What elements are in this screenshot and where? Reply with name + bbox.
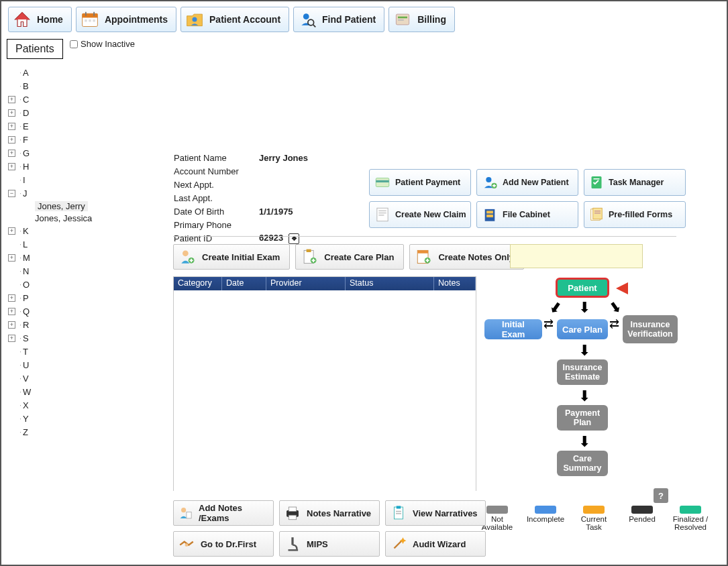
tree-letter-O[interactable]: · O <box>8 278 142 291</box>
tree-letter-J[interactable]: −· J <box>8 186 142 200</box>
tree-letter-I[interactable]: · I <box>8 173 142 186</box>
patient-account-button[interactable]: Patient Account <box>180 7 289 32</box>
tree-child[interactable]: Jones, Jessica <box>35 212 142 224</box>
patient-tree[interactable]: · A· B+· C+· D+· E+· F+· G+· H· I−· JJon… <box>8 66 142 439</box>
records-grid[interactable]: Category Date Provider Status Notes <box>173 276 476 491</box>
tree-letter-C[interactable]: +· C <box>8 93 142 106</box>
prefilled-forms-button[interactable]: Pre-filled Forms <box>584 201 686 228</box>
go-to-drfirst-button[interactable]: Go to Dr.First <box>173 531 274 557</box>
tree-letter-T[interactable]: · T <box>8 345 142 358</box>
col-category[interactable]: Category <box>174 277 222 290</box>
tree-letter-K[interactable]: +· K <box>8 224 142 237</box>
tree-expander[interactable]: + <box>8 136 15 144</box>
tree-letter-V[interactable]: · V <box>8 372 142 385</box>
grid-body[interactable] <box>174 290 476 492</box>
svg-rect-1 <box>83 13 98 17</box>
svg-rect-13 <box>398 19 404 21</box>
tree-letter-G[interactable]: +· G <box>8 146 142 160</box>
audit-wizard-button[interactable]: Audit Wizard <box>385 531 486 557</box>
handshake-icon <box>178 535 195 553</box>
tree-letter-A[interactable]: · A <box>8 66 142 79</box>
tree-letter-P[interactable]: +· P <box>8 291 142 304</box>
mips-button[interactable]: MIPS <box>279 531 380 557</box>
flow-payment-plan: Payment Plan <box>557 405 608 431</box>
tree-letter-U[interactable]: · U <box>8 358 142 372</box>
tree-expander[interactable]: + <box>8 254 15 262</box>
label-phone: Primary Phone <box>174 219 258 231</box>
appointments-button[interactable]: Appointments <box>76 7 176 32</box>
tree-expander[interactable]: + <box>8 308 15 315</box>
svg-rect-30 <box>594 213 601 214</box>
svg-point-8 <box>303 13 309 19</box>
value-pid: 62923 <box>259 233 283 243</box>
grid-header: Category Date Provider Status Notes <box>174 277 476 290</box>
show-inactive-checkbox[interactable]: Show Inactive <box>70 39 135 49</box>
billing-button[interactable]: Billing <box>388 7 455 32</box>
value-dob: 1/1/1975 <box>259 205 315 217</box>
col-status[interactable]: Status <box>346 277 434 290</box>
claim-icon <box>374 206 391 223</box>
tree-letter-N[interactable]: · N <box>8 264 142 278</box>
svg-rect-26 <box>486 215 493 217</box>
tree-letter-M[interactable]: +· M <box>8 251 142 264</box>
show-inactive-label: Show Inactive <box>81 39 135 49</box>
create-care-plan-button[interactable]: Create Care Plan <box>295 244 404 270</box>
tree-letter-H[interactable]: +· H <box>8 160 142 173</box>
file-cabinet-button[interactable]: File Cabinet <box>476 201 578 228</box>
task-icon <box>588 174 605 190</box>
tree-letter-R[interactable]: +· R <box>8 318 142 331</box>
patient-payment-button[interactable]: Patient Payment <box>369 169 471 196</box>
tree-letter-W[interactable]: · W <box>8 385 142 398</box>
show-inactive-input[interactable] <box>70 40 78 48</box>
tree-letter-Z[interactable]: · Z <box>8 425 142 439</box>
create-initial-exam-button[interactable]: Create Initial Exam <box>173 244 290 270</box>
tree-expander[interactable]: + <box>8 321 15 329</box>
col-notes[interactable]: Notes <box>434 277 476 290</box>
tree-expander[interactable]: + <box>8 96 15 103</box>
tree-child[interactable]: Jones, Jerry <box>35 200 142 212</box>
tree-letter-F[interactable]: +· F <box>8 133 142 146</box>
arrow-down-3-icon: ⬇ <box>578 388 590 405</box>
task-manager-button[interactable]: Task Manager <box>584 169 686 196</box>
tree-expander[interactable]: − <box>8 190 15 197</box>
tree-letter-L[interactable]: · L <box>8 237 142 251</box>
clipboard-plus-icon <box>300 247 319 266</box>
arrow-diag-right-icon: ⬇ <box>605 297 625 319</box>
svg-rect-12 <box>398 17 407 19</box>
create-new-claim-button[interactable]: Create New Claim <box>369 201 471 228</box>
tree-expander[interactable]: + <box>8 109 15 117</box>
highlight-arrow-icon <box>616 279 668 298</box>
home-label: Home <box>37 14 63 25</box>
create-notes-only-button[interactable]: Create Notes Only <box>409 244 524 270</box>
view-narratives-button[interactable]: View Narratives <box>385 500 486 526</box>
tree-expander[interactable]: + <box>8 150 15 157</box>
flow-insurance-verification: Insurance Verification <box>623 315 678 343</box>
svg-point-48 <box>185 543 189 547</box>
tree-letter-Q[interactable]: +· Q <box>8 304 142 318</box>
add-new-patient-button[interactable]: Add New Patient <box>476 169 578 196</box>
tree-letter-S[interactable]: +· S <box>8 331 142 345</box>
tree-letter-B[interactable]: · B <box>8 79 142 93</box>
tree-letter-E[interactable]: +· E <box>8 119 142 133</box>
pid-portal-icon[interactable]: ❖ <box>289 233 299 244</box>
tree-letter-Y[interactable]: · Y <box>8 412 142 425</box>
col-date[interactable]: Date <box>222 277 266 290</box>
find-patient-button[interactable]: Find Patient <box>293 7 384 32</box>
svg-rect-21 <box>378 211 386 212</box>
add-notes-exams-button[interactable]: Add Notes /Exams <box>173 500 274 526</box>
tree-expander[interactable]: + <box>8 335 15 342</box>
tree-expander[interactable]: + <box>8 227 15 235</box>
col-provider[interactable]: Provider <box>266 277 346 290</box>
doctor-plus-icon <box>178 247 197 266</box>
tree-expander[interactable]: + <box>8 294 15 302</box>
tree-expander[interactable]: + <box>8 123 15 130</box>
home-button[interactable]: Home <box>8 7 72 32</box>
value-next-appt <box>259 178 315 190</box>
swatch-pended <box>631 506 653 514</box>
appointments-label: Appointments <box>105 14 168 25</box>
help-button[interactable]: ? <box>654 488 668 503</box>
tree-letter-X[interactable]: · X <box>8 398 142 412</box>
tree-expander[interactable]: + <box>8 163 15 170</box>
tree-letter-D[interactable]: +· D <box>8 106 142 119</box>
notes-narrative-button[interactable]: Notes Narrative <box>279 500 380 526</box>
